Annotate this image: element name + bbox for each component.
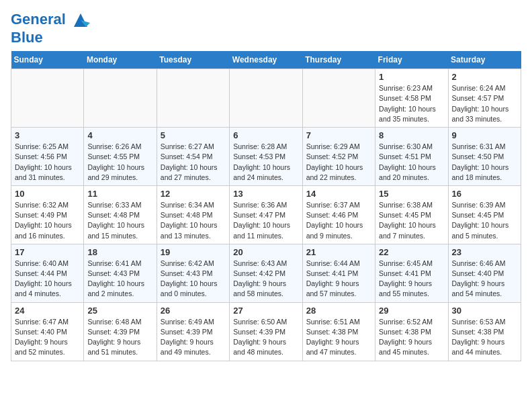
- calendar-cell: 20Sunrise: 6:43 AM Sunset: 4:42 PM Dayli…: [230, 244, 302, 302]
- calendar-cell: 17Sunrise: 6:40 AM Sunset: 4:44 PM Dayli…: [11, 244, 84, 302]
- day-info: Sunrise: 6:23 AM Sunset: 4:58 PM Dayligh…: [379, 83, 444, 124]
- day-info: Sunrise: 6:37 AM Sunset: 4:46 PM Dayligh…: [306, 200, 371, 241]
- day-number: 11: [87, 189, 152, 199]
- calendar-cell: 2Sunrise: 6:24 AM Sunset: 4:57 PM Daylig…: [448, 69, 521, 128]
- logo-text: General: [11, 11, 90, 30]
- day-info: Sunrise: 6:27 AM Sunset: 4:54 PM Dayligh…: [161, 142, 226, 183]
- day-info: Sunrise: 6:53 AM Sunset: 4:38 PM Dayligh…: [452, 317, 517, 358]
- calendar-cell: [230, 69, 302, 128]
- day-info: Sunrise: 6:25 AM Sunset: 4:56 PM Dayligh…: [15, 142, 80, 183]
- day-number: 21: [306, 247, 371, 257]
- day-info: Sunrise: 6:32 AM Sunset: 4:49 PM Dayligh…: [15, 200, 80, 241]
- day-info: Sunrise: 6:39 AM Sunset: 4:45 PM Dayligh…: [452, 200, 517, 241]
- calendar-cell: 6Sunrise: 6:28 AM Sunset: 4:53 PM Daylig…: [230, 128, 302, 186]
- day-info: Sunrise: 6:30 AM Sunset: 4:51 PM Dayligh…: [379, 142, 444, 183]
- day-number: 28: [306, 306, 371, 316]
- calendar-cell: 9Sunrise: 6:31 AM Sunset: 4:50 PM Daylig…: [448, 128, 521, 186]
- day-info: Sunrise: 6:41 AM Sunset: 4:43 PM Dayligh…: [87, 259, 152, 300]
- calendar-cell: 13Sunrise: 6:36 AM Sunset: 4:47 PM Dayli…: [230, 185, 302, 244]
- day-number: 27: [233, 306, 298, 316]
- day-number: 7: [306, 130, 371, 140]
- weekday-tuesday: Tuesday: [157, 51, 229, 69]
- day-info: Sunrise: 6:51 AM Sunset: 4:38 PM Dayligh…: [306, 317, 371, 358]
- calendar-cell: 27Sunrise: 6:50 AM Sunset: 4:39 PM Dayli…: [230, 302, 302, 361]
- day-info: Sunrise: 6:38 AM Sunset: 4:45 PM Dayligh…: [379, 200, 444, 241]
- day-number: 9: [452, 130, 517, 140]
- week-row-5: 24Sunrise: 6:47 AM Sunset: 4:40 PM Dayli…: [11, 302, 521, 361]
- weekday-wednesday: Wednesday: [230, 51, 302, 69]
- day-info: Sunrise: 6:45 AM Sunset: 4:41 PM Dayligh…: [379, 259, 444, 300]
- week-row-1: 1Sunrise: 6:23 AM Sunset: 4:58 PM Daylig…: [11, 69, 521, 128]
- calendar-cell: 15Sunrise: 6:38 AM Sunset: 4:45 PM Dayli…: [375, 185, 448, 244]
- weekday-thursday: Thursday: [302, 51, 375, 69]
- day-number: 4: [87, 130, 152, 140]
- calendar-cell: 30Sunrise: 6:53 AM Sunset: 4:38 PM Dayli…: [448, 302, 521, 361]
- logo: General Blue: [11, 11, 90, 46]
- day-info: Sunrise: 6:28 AM Sunset: 4:53 PM Dayligh…: [233, 142, 298, 183]
- calendar-cell: 1Sunrise: 6:23 AM Sunset: 4:58 PM Daylig…: [375, 69, 448, 128]
- week-row-4: 17Sunrise: 6:40 AM Sunset: 4:44 PM Dayli…: [11, 244, 521, 302]
- page-header: General Blue: [11, 11, 521, 46]
- day-info: Sunrise: 6:36 AM Sunset: 4:47 PM Dayligh…: [233, 200, 298, 241]
- day-number: 14: [306, 189, 371, 199]
- calendar-cell: 25Sunrise: 6:48 AM Sunset: 4:39 PM Dayli…: [84, 302, 157, 361]
- weekday-saturday: Saturday: [448, 51, 521, 69]
- day-number: 2: [452, 72, 517, 82]
- calendar-cell: 28Sunrise: 6:51 AM Sunset: 4:38 PM Dayli…: [302, 302, 375, 361]
- calendar-cell: 24Sunrise: 6:47 AM Sunset: 4:40 PM Dayli…: [11, 302, 84, 361]
- calendar-cell: 11Sunrise: 6:33 AM Sunset: 4:48 PM Dayli…: [84, 185, 157, 244]
- day-number: 8: [379, 130, 444, 140]
- day-number: 29: [379, 306, 444, 316]
- day-number: 30: [452, 306, 517, 316]
- day-number: 19: [161, 247, 226, 257]
- calendar-cell: 21Sunrise: 6:44 AM Sunset: 4:41 PM Dayli…: [302, 244, 375, 302]
- day-info: Sunrise: 6:52 AM Sunset: 4:38 PM Dayligh…: [379, 317, 444, 358]
- weekday-sunday: Sunday: [11, 51, 84, 69]
- calendar-cell: [84, 69, 157, 128]
- day-info: Sunrise: 6:26 AM Sunset: 4:55 PM Dayligh…: [87, 142, 152, 183]
- calendar-cell: [157, 69, 229, 128]
- calendar-cell: 8Sunrise: 6:30 AM Sunset: 4:51 PM Daylig…: [375, 128, 448, 186]
- day-info: Sunrise: 6:29 AM Sunset: 4:52 PM Dayligh…: [306, 142, 371, 183]
- calendar-cell: 19Sunrise: 6:42 AM Sunset: 4:43 PM Dayli…: [157, 244, 229, 302]
- day-info: Sunrise: 6:31 AM Sunset: 4:50 PM Dayligh…: [452, 142, 517, 183]
- day-info: Sunrise: 6:40 AM Sunset: 4:44 PM Dayligh…: [15, 259, 80, 300]
- day-number: 15: [379, 189, 444, 199]
- weekday-header-row: SundayMondayTuesdayWednesdayThursdayFrid…: [11, 51, 521, 69]
- logo-text-blue: Blue: [11, 30, 90, 46]
- day-number: 23: [452, 247, 517, 257]
- weekday-friday: Friday: [375, 51, 448, 69]
- day-number: 17: [15, 247, 80, 257]
- week-row-3: 10Sunrise: 6:32 AM Sunset: 4:49 PM Dayli…: [11, 185, 521, 244]
- day-info: Sunrise: 6:49 AM Sunset: 4:39 PM Dayligh…: [161, 317, 226, 358]
- day-number: 5: [161, 130, 226, 140]
- day-info: Sunrise: 6:42 AM Sunset: 4:43 PM Dayligh…: [161, 259, 226, 300]
- calendar-cell: 10Sunrise: 6:32 AM Sunset: 4:49 PM Dayli…: [11, 185, 84, 244]
- calendar-cell: 5Sunrise: 6:27 AM Sunset: 4:54 PM Daylig…: [157, 128, 229, 186]
- calendar-cell: 16Sunrise: 6:39 AM Sunset: 4:45 PM Dayli…: [448, 185, 521, 244]
- day-info: Sunrise: 6:46 AM Sunset: 4:40 PM Dayligh…: [452, 259, 517, 300]
- day-info: Sunrise: 6:44 AM Sunset: 4:41 PM Dayligh…: [306, 259, 371, 300]
- calendar-cell: 29Sunrise: 6:52 AM Sunset: 4:38 PM Dayli…: [375, 302, 448, 361]
- week-row-2: 3Sunrise: 6:25 AM Sunset: 4:56 PM Daylig…: [11, 128, 521, 186]
- day-number: 26: [161, 306, 226, 316]
- calendar-cell: 22Sunrise: 6:45 AM Sunset: 4:41 PM Dayli…: [375, 244, 448, 302]
- day-number: 18: [87, 247, 152, 257]
- day-number: 24: [15, 306, 80, 316]
- day-number: 22: [379, 247, 444, 257]
- day-info: Sunrise: 6:50 AM Sunset: 4:39 PM Dayligh…: [233, 317, 298, 358]
- day-info: Sunrise: 6:48 AM Sunset: 4:39 PM Dayligh…: [87, 317, 152, 358]
- day-number: 16: [452, 189, 517, 199]
- calendar-cell: 18Sunrise: 6:41 AM Sunset: 4:43 PM Dayli…: [84, 244, 157, 302]
- day-number: 10: [15, 189, 80, 199]
- day-info: Sunrise: 6:43 AM Sunset: 4:42 PM Dayligh…: [233, 259, 298, 300]
- calendar-cell: 14Sunrise: 6:37 AM Sunset: 4:46 PM Dayli…: [302, 185, 375, 244]
- day-number: 25: [87, 306, 152, 316]
- calendar-table: SundayMondayTuesdayWednesdayThursdayFrid…: [11, 51, 521, 361]
- calendar-cell: 23Sunrise: 6:46 AM Sunset: 4:40 PM Dayli…: [448, 244, 521, 302]
- day-number: 20: [233, 247, 298, 257]
- day-number: 13: [233, 189, 298, 199]
- day-info: Sunrise: 6:33 AM Sunset: 4:48 PM Dayligh…: [87, 200, 152, 241]
- calendar-cell: [302, 69, 375, 128]
- day-info: Sunrise: 6:24 AM Sunset: 4:57 PM Dayligh…: [452, 83, 517, 124]
